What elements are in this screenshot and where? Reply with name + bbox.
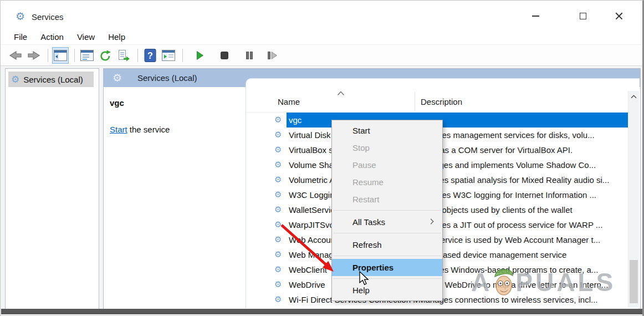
console-tree-pane: ⚙ Services (Local) bbox=[5, 68, 99, 309]
help-button[interactable]: ? bbox=[142, 47, 159, 64]
pause-service-icon bbox=[243, 49, 255, 62]
menu-file[interactable]: File bbox=[14, 32, 27, 42]
sort-ascending-icon bbox=[337, 91, 345, 96]
restart-service-button[interactable] bbox=[264, 47, 280, 64]
tree-item-services-local[interactable]: ⚙ Services (Local) bbox=[8, 72, 94, 87]
tree-item-label: Services (Local) bbox=[23, 75, 83, 84]
service-description-cell: Hosts objects used by clients of the wal… bbox=[418, 205, 628, 215]
context-menu: StartStopPauseResumeRestartAll TasksRefr… bbox=[331, 120, 443, 301]
window-title: Services bbox=[32, 12, 64, 22]
context-menu-item-properties[interactable]: Properties bbox=[332, 259, 442, 276]
context-menu-item-start[interactable]: Start bbox=[332, 122, 442, 139]
service-gear-icon: ⚙ bbox=[274, 161, 284, 169]
service-gear-icon: ⚙ bbox=[274, 116, 284, 124]
properties-button[interactable] bbox=[79, 47, 95, 64]
service-description-cell: Used as a COM server for VirtualBox API. bbox=[418, 145, 628, 155]
context-menu-item-restart[interactable]: Restart bbox=[332, 191, 442, 208]
minimize-button[interactable] bbox=[524, 8, 546, 24]
selected-service-name: vgc bbox=[110, 98, 246, 108]
service-gear-icon: ⚙ bbox=[274, 191, 284, 199]
service-gear-icon: ⚙ bbox=[274, 206, 284, 214]
toolbar-separator bbox=[74, 49, 75, 62]
refresh-icon bbox=[99, 49, 112, 62]
service-gear-icon: ⚙ bbox=[274, 281, 284, 289]
back-button[interactable] bbox=[7, 47, 24, 64]
list-header: Name Description bbox=[246, 79, 628, 113]
service-row-fill: Windows AudioManages audio for Windows-b… bbox=[287, 307, 628, 308]
context-menu-separator bbox=[333, 210, 441, 211]
service-gear-icon: ⚙ bbox=[274, 295, 284, 304]
menu-action[interactable]: Action bbox=[40, 32, 64, 42]
services-app-icon: ⚙ bbox=[16, 10, 25, 22]
window-bottom-frame bbox=[1, 309, 642, 314]
watermark-text-prefix: A bbox=[471, 267, 492, 297]
pause-service-button[interactable] bbox=[241, 47, 258, 64]
forward-icon bbox=[27, 49, 41, 62]
extended-info-panel: vgc Start the service bbox=[104, 87, 246, 308]
appuals-watermark: A PUALS bbox=[471, 267, 616, 297]
refresh-button[interactable] bbox=[97, 47, 114, 64]
menu-view[interactable]: View bbox=[77, 32, 95, 42]
service-action-line: Start the service bbox=[110, 125, 246, 134]
column-header-description[interactable]: Description bbox=[421, 97, 462, 106]
show-action-pane-button[interactable] bbox=[160, 47, 177, 64]
context-menu-item-help[interactable]: Help bbox=[332, 282, 442, 299]
export-list-icon bbox=[117, 49, 130, 62]
services-gear-icon: ⚙ bbox=[11, 74, 19, 85]
scrollbar-up-button[interactable] bbox=[628, 91, 639, 102]
service-description-cell: Web-based device management service bbox=[418, 250, 628, 259]
close-icon bbox=[615, 12, 623, 20]
help-icon: ? bbox=[144, 49, 156, 62]
context-menu-item-refresh[interactable]: Refresh bbox=[332, 236, 442, 253]
context-menu-item-pause[interactable]: Pause bbox=[332, 156, 442, 174]
service-gear-icon: ⚙ bbox=[274, 266, 284, 274]
service-gear-icon: ⚙ bbox=[274, 146, 284, 154]
show-console-tree-button[interactable] bbox=[52, 47, 69, 64]
context-menu-item-stop[interactable]: Stop bbox=[332, 139, 442, 156]
services-gear-icon: ⚙ bbox=[113, 72, 122, 84]
watermark-text-suffix: PUALS bbox=[515, 267, 616, 297]
service-row[interactable]: ⚙Windows AudioManages audio for Windows-… bbox=[246, 307, 628, 308]
service-description-cell: Enables spatial analysis for Mixed Reali… bbox=[418, 175, 628, 185]
services-window: ⚙ Services FileActionViewHelp bbox=[0, 0, 644, 316]
menu-help[interactable]: Help bbox=[108, 32, 125, 42]
service-gear-icon: ⚙ bbox=[274, 176, 284, 184]
console-tree-icon bbox=[54, 50, 67, 61]
toolbar-separator bbox=[182, 49, 183, 62]
menu-bar: FileActionViewHelp bbox=[1, 29, 642, 45]
minimize-icon bbox=[532, 16, 539, 17]
scrollbar-thumb[interactable] bbox=[630, 260, 638, 303]
service-gear-icon: ⚙ bbox=[274, 221, 284, 229]
start-service-link[interactable]: Start bbox=[110, 125, 127, 134]
back-icon bbox=[8, 49, 23, 62]
column-divider[interactable] bbox=[415, 92, 415, 111]
start-service-icon bbox=[193, 49, 206, 62]
export-list-button[interactable] bbox=[115, 47, 132, 64]
stop-service-icon bbox=[218, 49, 231, 62]
maximize-button[interactable] bbox=[572, 8, 594, 24]
toolbar-separator bbox=[137, 49, 138, 62]
column-header-name[interactable]: Name bbox=[278, 97, 300, 106]
service-description-cell: Manages and implements Volume Shadow Co.… bbox=[418, 160, 628, 170]
service-description-cell: Provides W3C logging for Internet Inform… bbox=[418, 190, 628, 200]
forward-button[interactable] bbox=[25, 47, 42, 64]
close-button[interactable] bbox=[608, 8, 630, 24]
restart-service-icon bbox=[265, 49, 279, 62]
toolbar-separator bbox=[48, 49, 48, 62]
context-menu-separator bbox=[333, 278, 441, 279]
context-menu-separator bbox=[333, 256, 441, 256]
service-description-cell: This service is used by Web Account Mana… bbox=[418, 235, 628, 244]
properties-icon bbox=[80, 50, 94, 61]
svg-text:?: ? bbox=[147, 51, 153, 60]
service-description-cell: Provides a JIT out of process service fo… bbox=[418, 220, 628, 230]
start-service-button[interactable] bbox=[191, 47, 208, 64]
toolbar: ? bbox=[1, 45, 642, 66]
submenu-arrow-icon bbox=[428, 219, 434, 225]
context-menu-item-all-tasks[interactable]: All Tasks bbox=[332, 213, 442, 231]
stop-service-button[interactable] bbox=[216, 47, 233, 64]
maximize-icon bbox=[580, 13, 586, 19]
vertical-scrollbar[interactable] bbox=[628, 91, 639, 308]
action-suffix: the service bbox=[127, 125, 170, 134]
title-bar: ⚙ Services bbox=[1, 1, 642, 29]
context-menu-item-resume[interactable]: Resume bbox=[332, 174, 442, 191]
